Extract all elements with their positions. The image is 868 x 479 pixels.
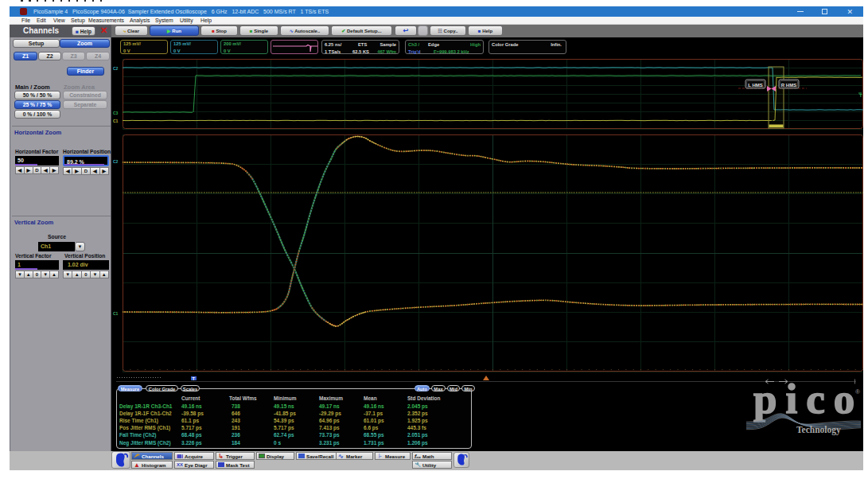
svg-text:T: T <box>859 93 862 98</box>
svg-text:C1: C1 <box>113 311 119 316</box>
svg-text:C2: C2 <box>113 159 119 164</box>
svg-text:C1: C1 <box>113 119 119 123</box>
svg-text:C2: C2 <box>113 66 119 71</box>
svg-text:L HMS: L HMS <box>748 83 763 88</box>
svg-text:C3: C3 <box>113 111 119 115</box>
svg-text:R HMS: R HMS <box>781 83 796 88</box>
